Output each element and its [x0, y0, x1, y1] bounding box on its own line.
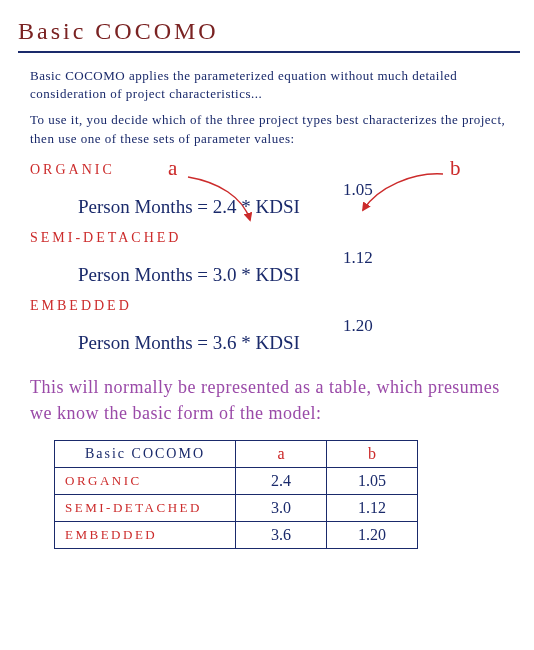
- equation-embedded: 1.20 Person Months = 3.6 * KDSI: [78, 318, 520, 360]
- cell-mode: SEMI-DETACHED: [55, 494, 236, 521]
- exponent-organic: 1.05: [343, 180, 373, 200]
- cell-a: 3.0: [236, 494, 327, 521]
- cell-a: 3.6: [236, 521, 327, 548]
- intro-para-1: Basic COCOMO applies the parameterized e…: [30, 67, 520, 103]
- cell-b: 1.12: [327, 494, 418, 521]
- cell-b: 1.05: [327, 467, 418, 494]
- exponent-embedded: 1.20: [343, 316, 373, 336]
- page-title: Basic COCOMO: [18, 18, 520, 45]
- cell-b: 1.20: [327, 521, 418, 548]
- table-header-title: Basic COCOMO: [55, 440, 236, 467]
- mode-label-organic: ORGANIC: [30, 162, 520, 178]
- equations-block: a b ORGANIC 1.05 Person Months = 2.4 * K…: [18, 162, 520, 360]
- table-header-b: b: [327, 440, 418, 467]
- intro-para-2: To use it, you decide which of the three…: [30, 111, 520, 147]
- equation-semidetached: 1.12 Person Months = 3.0 * KDSI: [78, 250, 520, 292]
- exponent-semidetached: 1.12: [343, 248, 373, 268]
- cell-mode: ORGANIC: [55, 467, 236, 494]
- label-b: b: [450, 156, 461, 181]
- cell-a: 2.4: [236, 467, 327, 494]
- mode-label-semidetached: SEMI-DETACHED: [30, 230, 520, 246]
- mode-label-embedded: EMBEDDED: [30, 298, 520, 314]
- table-row: EMBEDDED 3.6 1.20: [55, 521, 418, 548]
- table-row: SEMI-DETACHED 3.0 1.12: [55, 494, 418, 521]
- equation-organic: 1.05 Person Months = 2.4 * KDSI: [78, 182, 520, 224]
- table-note: This will normally be represented as a t…: [30, 374, 510, 426]
- label-a: a: [168, 156, 177, 181]
- equation-base-embedded: Person Months = 3.6 * KDSI: [78, 332, 300, 354]
- equation-base-organic: Person Months = 2.4 * KDSI: [78, 196, 300, 218]
- cell-mode: EMBEDDED: [55, 521, 236, 548]
- table-row: ORGANIC 2.4 1.05: [55, 467, 418, 494]
- document-page: Basic COCOMO Basic COCOMO applies the pa…: [0, 0, 534, 579]
- params-table: Basic COCOMO a b ORGANIC 2.4 1.05 SEMI-D…: [54, 440, 418, 549]
- table-header-row: Basic COCOMO a b: [55, 440, 418, 467]
- table-header-a: a: [236, 440, 327, 467]
- equation-base-semidetached: Person Months = 3.0 * KDSI: [78, 264, 300, 286]
- title-rule: [18, 51, 520, 53]
